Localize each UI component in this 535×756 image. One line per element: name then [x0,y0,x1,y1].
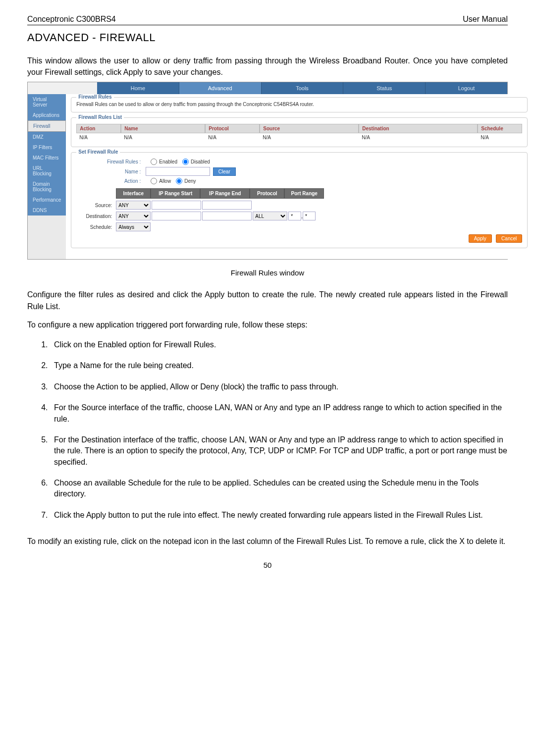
sidebar-item-mac-filters[interactable]: MAC Filters [28,153,66,163]
step-4: For the Source interface of the traffic,… [50,402,508,425]
step-1: Click on the Enabled option for Firewall… [50,339,508,350]
firewall-rules-legend: Firewall Rules [76,94,113,100]
dest-protocol-select[interactable]: ALL [253,212,287,220]
cell-name: N/A [121,133,205,142]
step-6: Choose an available Schedule for the rul… [50,478,508,500]
intro-paragraph: This window allows the user to allow or … [27,55,508,78]
source-interface-select[interactable]: ANY [116,201,151,210]
h-ip-start: IP Range Start [151,188,200,199]
doc-type: User Manual [463,15,508,24]
h-protocol: Protocol [250,188,284,199]
label-source-row: Source: [76,203,116,208]
schedule-select[interactable]: Always [116,222,151,231]
cancel-button[interactable]: Cancel [496,234,522,243]
col-source: Source [260,124,359,133]
set-firewall-rule-fieldset: Set Firewall Rule Firewall Rules : Enabl… [71,152,528,248]
label-name: Name : [76,169,146,174]
body-paragraph-2: To configure a new application triggered… [27,319,508,330]
dest-ip-end[interactable] [202,212,252,220]
h-ip-end: IP Range End [200,188,250,199]
cell-destination: N/A [359,133,478,142]
name-input[interactable] [146,167,210,176]
firewall-rules-desc-fieldset: Firewall Rules Firewall Rules can be use… [71,97,528,112]
label-firewall-rules: Firewall Rules : [76,159,146,164]
page-header: Conceptronic C300BRS4 User Manual [27,15,508,25]
step-7: Click the Apply button to put the rule i… [50,510,508,521]
radio-disabled[interactable] [182,159,189,165]
step-5: For the Destination interface of the tra… [50,434,508,468]
h-interface: Interface [116,188,151,199]
col-destination: Destination [359,124,478,133]
label-disabled: Disabled [191,159,210,164]
radio-allow[interactable] [151,178,157,184]
col-protocol: Protocol [205,124,260,133]
main-area: Firewall Rules Firewall Rules can be use… [66,94,533,259]
dest-port-end[interactable] [303,212,316,220]
dest-ip-start[interactable] [152,212,201,220]
label-action: Action : [76,178,146,184]
radio-deny[interactable] [176,178,182,184]
sidebar-item-performance[interactable]: Performance [28,195,66,205]
rules-list-header: Action Name Protocol Source Destination … [76,124,522,133]
set-firewall-rule-legend: Set Firewall Rule [76,149,120,155]
step-3: Choose the Action to be applied, Allow o… [50,381,508,392]
tab-tools[interactable]: Tools [262,82,344,94]
interface-table: Interface IP Range Start IP Range End Pr… [76,188,522,231]
dest-interface-select[interactable]: ANY [116,212,151,220]
product-name: Conceptronic C300BRS4 [27,15,116,24]
rules-list-row: N/A N/A N/A N/A N/A N/A [76,133,522,142]
cell-schedule: N/A [478,133,522,142]
figure-caption: Firewall Rules window [27,269,508,277]
label-destination-row: Destination: [76,214,116,219]
tab-side-spacer [28,82,97,94]
label-schedule-row: Schedule: [76,224,116,230]
tab-logout[interactable]: Logout [426,82,507,94]
section-title: ADVANCED - FIREWALL [27,31,508,44]
clear-button[interactable]: Clear [213,167,236,176]
footer-paragraph: To modify an existing rule, click on the… [27,536,508,547]
tab-advanced[interactable]: Advanced [179,82,262,94]
label-enabled: Enabled [159,159,177,164]
spacer [76,188,116,199]
sidebar-item-firewall[interactable]: Firewall [28,120,66,132]
radio-enabled[interactable] [151,159,157,165]
dest-port-start[interactable] [288,212,301,220]
cell-action: N/A [76,133,121,142]
label-deny: Deny [184,178,196,184]
sidebar: Virtual Server Applications Firewall DMZ… [28,94,66,259]
tab-home[interactable]: Home [97,82,179,94]
col-action: Action [76,124,121,133]
sidebar-item-virtual-server[interactable]: Virtual Server [28,94,66,110]
sidebar-item-dmz[interactable]: DMZ [28,132,66,142]
sidebar-item-applications[interactable]: Applications [28,110,66,120]
col-name: Name [121,124,205,133]
sidebar-item-url-blocking[interactable]: URL Blocking [28,163,66,179]
firewall-rules-list-fieldset: Firewall Rules List Action Name Protocol… [71,117,528,147]
cell-source: N/A [260,133,359,142]
router-ui-panel: Home Advanced Tools Status Logout Virtua… [27,82,508,260]
cell-protocol: N/A [205,133,260,142]
source-ip-end[interactable] [202,201,252,210]
page-number: 50 [27,561,508,569]
step-2: Type a Name for the rule being created. [50,360,508,371]
top-tab-bar: Home Advanced Tools Status Logout [28,82,507,94]
col-schedule: Schedule [478,124,522,133]
firewall-rules-desc-text: Firewall Rules can be used to allow or d… [76,102,522,107]
label-allow: Allow [159,178,171,184]
apply-button[interactable]: Apply [469,234,492,243]
sidebar-item-ddns[interactable]: DDNS [28,205,66,216]
body-paragraph-1: Configure the filter rules as desired an… [27,289,508,312]
sidebar-item-domain-blocking[interactable]: Domain Blocking [28,179,66,195]
source-ip-start[interactable] [152,201,201,210]
steps-list: Click on the Enabled option for Firewall… [50,339,508,521]
firewall-rules-list-legend: Firewall Rules List [76,114,124,120]
tab-status[interactable]: Status [343,82,426,94]
h-port-range: Port Range [284,188,324,199]
sidebar-item-ip-filters[interactable]: IP Filters [28,142,66,153]
